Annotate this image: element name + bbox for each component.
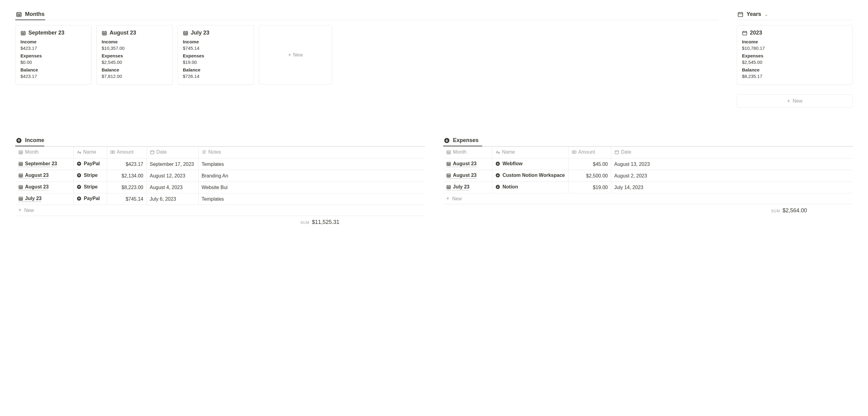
calendar-grid-icon	[102, 30, 107, 36]
cell-amount[interactable]: $45.00	[568, 158, 611, 170]
field-label: Balance	[21, 67, 86, 72]
col-month[interactable]: Month	[15, 147, 73, 158]
calendar-grid-icon	[446, 184, 451, 189]
calendar-grid-icon	[16, 11, 22, 18]
cell-date[interactable]: July 6, 2023	[147, 194, 198, 205]
field-value: $2,545.00	[742, 60, 847, 65]
plus-icon: +	[18, 207, 22, 213]
cell-name[interactable]: PayPal	[73, 194, 107, 205]
month-card[interactable]: September 23 Income $423.17 Expenses $0.…	[15, 25, 92, 85]
cell-notes[interactable]: Templates	[198, 158, 425, 170]
cell-amount[interactable]: $2,500.00	[568, 170, 611, 182]
plus-icon: +	[288, 52, 291, 58]
cell-month[interactable]: August 23	[15, 170, 73, 182]
arrow-up-circle-icon	[76, 184, 82, 189]
table-row[interactable]: August 23 Stripe $2,134.00 August 12, 20…	[15, 170, 425, 182]
cell-date[interactable]: August 13, 2023	[611, 158, 853, 170]
table-row[interactable]: August 23 Stripe $8,223.00 August 4, 202…	[15, 182, 425, 194]
months-section: Months September 23 Income $423.17 Expen…	[15, 9, 718, 85]
table-row[interactable]: July 23 Notion $19.00 July 14, 2023	[443, 182, 853, 194]
tab-underline	[15, 146, 44, 146]
calendar-grid-icon	[18, 196, 23, 201]
arrow-up-circle-icon	[76, 196, 82, 201]
cell-date[interactable]: August 4, 2023	[147, 182, 198, 194]
sum-value: $11,525.31	[312, 219, 339, 226]
table-row[interactable]: July 23 PayPal $745.14 July 6, 2023 Temp…	[15, 194, 425, 205]
new-income-row[interactable]: + New	[15, 205, 425, 216]
month-card[interactable]: August 23 Income $10,357.00 Expenses $2,…	[96, 25, 173, 85]
sum-label: SUM	[300, 220, 309, 225]
cell-amount[interactable]: $423.17	[107, 158, 147, 170]
field-label: Balance	[102, 67, 167, 72]
calendar-grid-icon	[18, 161, 23, 166]
col-amount[interactable]: Amount	[568, 147, 611, 158]
col-name[interactable]: Name	[73, 147, 107, 158]
calendar-grid-icon	[18, 150, 23, 154]
cell-month[interactable]: July 23	[443, 182, 492, 194]
col-amount[interactable]: Amount	[107, 147, 147, 158]
field-value: $19.00	[183, 60, 249, 65]
cell-amount[interactable]: $2,134.00	[107, 170, 147, 182]
col-notes[interactable]: Notes	[198, 147, 425, 158]
field-label: Expenses	[183, 53, 249, 58]
col-month[interactable]: Month	[443, 147, 492, 158]
arrow-down-circle-icon	[495, 173, 500, 178]
year-card[interactable]: 2023 Income $10,780.17 Expenses $2,545.0…	[737, 25, 853, 85]
months-header: Months	[15, 9, 718, 20]
cell-month[interactable]: July 23	[15, 194, 73, 205]
cell-month[interactable]: September 23	[15, 158, 73, 170]
cell-name[interactable]: Notion	[492, 182, 568, 194]
calendar-icon	[742, 30, 747, 36]
lines-icon	[202, 150, 207, 154]
col-name[interactable]: Name	[492, 147, 568, 158]
arrow-down-circle-icon	[444, 138, 450, 144]
cell-date[interactable]: July 14, 2023	[611, 182, 853, 194]
field-label: Income	[742, 39, 847, 44]
cell-amount[interactable]: $8,223.00	[107, 182, 147, 194]
field-value: $2,545.00	[102, 60, 167, 65]
cell-amount[interactable]: $19.00	[568, 182, 611, 194]
cell-name[interactable]: Stripe	[73, 170, 107, 182]
cell-month[interactable]: August 23	[443, 158, 492, 170]
arrow-up-circle-icon	[16, 138, 22, 144]
expenses-title: Expenses	[453, 137, 478, 144]
field-label: Balance	[742, 67, 847, 72]
new-label: New	[793, 98, 802, 104]
years-header[interactable]: Years ⌄	[737, 9, 853, 20]
plus-icon: +	[446, 196, 450, 202]
table-row[interactable]: August 23 Custom Notion Workspace $2,500…	[443, 170, 853, 182]
sum-label: SUM	[771, 209, 780, 213]
field-value: $745.14	[183, 46, 249, 51]
field-label: Balance	[183, 67, 249, 72]
table-row[interactable]: September 23 PayPal $423.17 September 17…	[15, 158, 425, 170]
field-value: $423.17	[21, 73, 86, 79]
month-card[interactable]: July 23 Income $745.14 Expenses $19.00 B…	[178, 25, 254, 85]
new-month-card[interactable]: +New	[259, 25, 332, 85]
cell-name[interactable]: Webflow	[492, 158, 568, 170]
calendar-grid-icon	[446, 161, 451, 166]
cell-date[interactable]: August 2, 2023	[611, 170, 853, 182]
cell-notes[interactable]: Branding An	[198, 170, 425, 182]
cell-amount[interactable]: $745.14	[107, 194, 147, 205]
new-year-button[interactable]: + New	[737, 94, 853, 108]
new-expense-row[interactable]: + New	[443, 194, 853, 204]
table-row[interactable]: August 23 Webflow $45.00 August 13, 2023	[443, 158, 853, 170]
cell-date[interactable]: September 17, 2023	[147, 158, 198, 170]
cell-notes[interactable]: Website Bui	[198, 182, 425, 194]
arrow-down-circle-icon	[495, 161, 500, 166]
cell-name[interactable]: PayPal	[73, 158, 107, 170]
year-card-title: 2023	[750, 30, 762, 36]
calendar-grid-icon	[183, 30, 188, 36]
field-label: Expenses	[742, 53, 847, 58]
cell-notes[interactable]: Templates	[198, 194, 425, 205]
field-value: $726.14	[183, 73, 249, 79]
col-date[interactable]: Date	[147, 147, 198, 158]
col-date[interactable]: Date	[611, 147, 853, 158]
cell-name[interactable]: Custom Notion Workspace	[492, 170, 568, 182]
field-label: Expenses	[102, 53, 167, 58]
cell-date[interactable]: August 12, 2023	[147, 170, 198, 182]
cell-month[interactable]: August 23	[443, 170, 492, 182]
cell-name[interactable]: Stripe	[73, 182, 107, 194]
calendar-grid-icon	[21, 30, 26, 36]
cell-month[interactable]: August 23	[15, 182, 73, 194]
